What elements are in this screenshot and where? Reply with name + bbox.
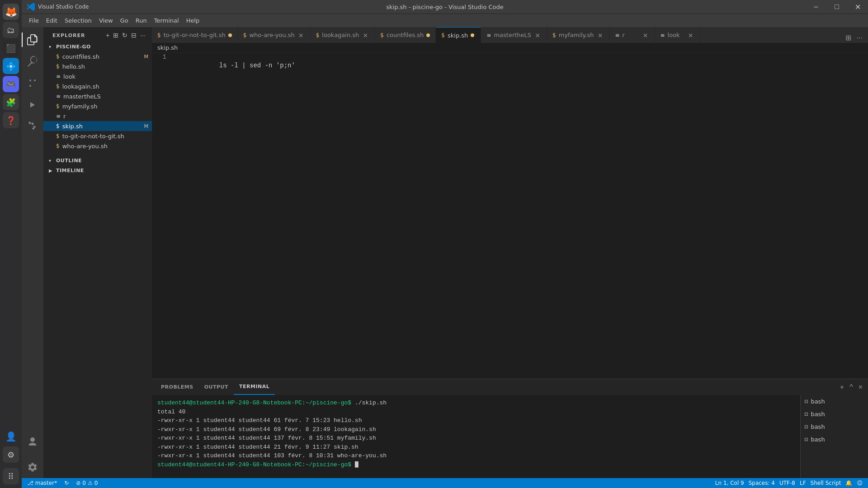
tab-countfiles[interactable]: $ countfiles.sh [375,27,436,43]
bash-tab-2[interactable]: ⊡ bash [801,408,868,420]
tab-close-lookagain[interactable]: × [362,32,369,39]
file-lookagain[interactable]: $ lookagain.sh [43,81,152,91]
tab-togit[interactable]: $ to-git-or-not-to-git.sh [152,27,238,43]
activity-source-control[interactable] [22,72,43,94]
new-terminal-button[interactable]: + [838,382,846,392]
file-icon-skip: $ [56,123,60,129]
tab-close-r[interactable]: × [642,32,649,39]
split-editor-button[interactable]: ⊞ [844,33,853,43]
tab-label-myfamily: myfamily.sh [559,32,594,38]
activity-accounts[interactable] [22,431,43,453]
tab-close-whoarr[interactable]: × [297,32,305,39]
file-hello[interactable]: $ hello.sh [43,61,152,71]
tab-skip[interactable]: $ skip.sh [436,27,481,43]
terminal-output-5: -rwxr-xr-x 1 student44 student44 21 févr… [157,443,795,452]
status-notifications[interactable]: 🔔 [844,478,854,488]
tab-close-masterls[interactable]: × [534,32,541,39]
file-skip[interactable]: $ skip.sh M [43,121,152,131]
file-badge-skip: M [144,123,149,129]
status-sync[interactable]: ↻ [62,478,71,488]
tabs-actions: ⊞ ··· [840,33,868,43]
menu-help[interactable]: Help [183,15,203,26]
tab-look[interactable]: ≡ look × [655,27,700,43]
os-app-user[interactable]: 👤 [3,428,19,445]
panel-minimize-button[interactable]: ^ [848,382,855,392]
file-myfamily[interactable]: $ myfamily.sh [43,101,152,111]
new-file-button[interactable]: + [105,31,110,40]
os-app-discord[interactable]: 🎮 [3,76,19,92]
os-app-settings[interactable]: ⚙ [3,446,19,463]
menu-run[interactable]: Run [132,15,151,26]
close-button[interactable]: ✕ [847,0,868,14]
bash-tab-4[interactable]: ⊡ bash [801,433,868,446]
bash-tab-3[interactable]: ⊡ bash [801,420,868,433]
os-app-terminal[interactable]: ⬛ [3,40,19,56]
file-countfiles[interactable]: $ countfiles.sh M [43,52,152,61]
status-feedback[interactable]: 😊 [855,478,864,488]
tab-whoarr[interactable]: $ who-are-you.sh × [238,27,311,43]
file-whoareyou[interactable]: $ who-are-you.sh [43,141,152,151]
file-name-whoareyou: who-are-you.sh [62,143,108,150]
os-app-extension[interactable]: 🧩 [3,94,19,110]
tab-r[interactable]: ≡ r × [610,27,655,43]
editor-content[interactable]: 1 ls -l | sed -n 'p;n' [152,53,868,379]
menu-file[interactable]: File [25,15,42,26]
tab-lookagain[interactable]: $ lookagain.sh × [311,27,375,43]
menu-edit[interactable]: Edit [42,15,61,26]
terminal-area[interactable]: student44@student44-HP-240-G8-Notebook-P… [152,395,800,478]
menu-go[interactable]: Go [117,15,132,26]
new-folder-button[interactable]: ⊞ [112,31,119,40]
file-togit[interactable]: $ to-git-or-not-to-git.sh [43,131,152,141]
activity-search[interactable] [22,51,43,72]
panel-tab-output[interactable]: OUTPUT [199,379,234,395]
collapse-button[interactable]: ⊟ [130,31,137,40]
status-errors[interactable]: ⊘ 0 ⚠ 0 [74,478,99,488]
os-app-help[interactable]: ❓ [3,112,19,128]
refresh-button[interactable]: ↻ [121,31,128,40]
status-encoding[interactable]: UTF-8 [778,478,797,488]
panel-close-button[interactable]: × [857,382,864,392]
terminal-output-3: -rwxr-xr-x 1 student44 student44 69 févr… [157,425,795,434]
code-area[interactable]: ls -l | sed -n 'p;n' [170,53,868,379]
menu-terminal[interactable]: Terminal [151,15,183,26]
tab-close-look[interactable]: × [687,32,694,39]
file-look[interactable]: ≡ look [43,71,152,81]
folder-chevron: ▾ [49,44,56,49]
minimize-button[interactable]: – [806,0,826,14]
timeline-section[interactable]: ▶ TIMELINE [43,164,152,174]
os-app-files[interactable]: 🗂 [3,22,19,38]
activity-run[interactable] [22,94,43,116]
terminal-line-1: student44@student44-HP-240-G8-Notebook-P… [157,399,795,408]
panel-tab-terminal[interactable]: TERMINAL [234,379,275,395]
panel-tab-problems[interactable]: PROBLEMS [156,379,199,395]
activity-extensions[interactable] [22,116,43,137]
status-spaces[interactable]: Spaces: 4 [747,478,777,488]
tab-close-myfamily[interactable]: × [597,32,604,39]
tab-masterls[interactable]: ≡ mastertheLS × [481,27,547,43]
os-taskbar: 🦊 🗂 ⬛ 💠 🎮 🧩 ❓ 👤 ⚙ ⠿ [0,0,22,488]
status-git-branch[interactable]: ⎇ master* [25,478,59,488]
tab-myfamily[interactable]: $ myfamily.sh × [547,27,609,43]
outline-section[interactable]: ▾ OUTLINE [43,155,152,164]
tab-icon-togit: $ [157,32,161,38]
tab-modified-togit [228,33,232,37]
os-app-vscode[interactable]: 💠 [3,58,19,74]
file-masterthels[interactable]: ≡ mastertheLS [43,91,152,101]
file-icon-look: ≡ [56,73,61,80]
status-language[interactable]: Shell Script [809,478,843,488]
folder-piscine-go[interactable]: ▾ PISCINE-GO [43,42,152,52]
bash-tab-1[interactable]: ⊡ bash [801,395,868,408]
os-app-firefox[interactable]: 🦊 [3,4,19,20]
activity-explorer[interactable] [22,29,43,51]
more-actions-button[interactable]: ··· [139,31,146,40]
maximize-button[interactable]: □ [826,0,847,14]
file-r[interactable]: ≡ r [43,111,152,121]
menu-selection[interactable]: Selection [61,15,95,26]
menu-view[interactable]: View [95,15,117,26]
status-position[interactable]: Ln 1, Col 9 [713,478,746,488]
status-right-group: Ln 1, Col 9 Spaces: 4 UTF-8 LF Shell Scr… [713,478,864,488]
more-editors-button[interactable]: ··· [855,33,864,43]
status-eol[interactable]: LF [798,478,808,488]
activity-settings[interactable] [22,456,43,478]
os-app-grid[interactable]: ⠿ [3,468,19,484]
